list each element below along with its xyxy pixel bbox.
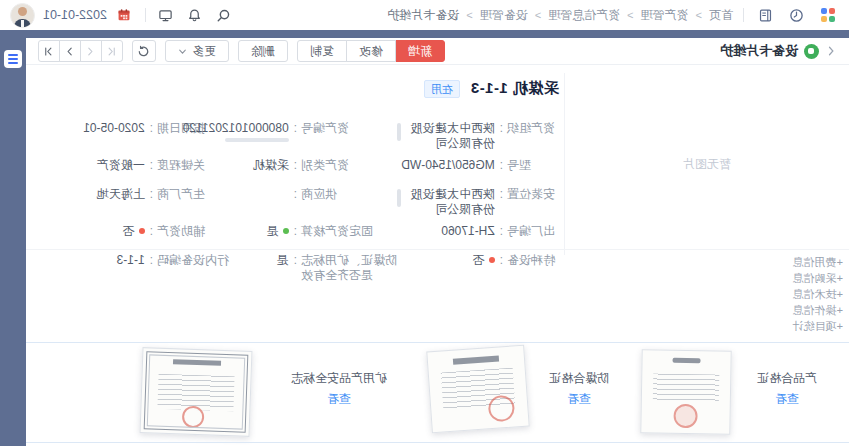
device-card-panel: 暂无图片 采煤机 1-1-3 在用 资产组织: 陕西中太建设股份有限公司 资产编… bbox=[26, 65, 849, 446]
cert-mining-label: 矿用产品安全标志 查看 bbox=[279, 370, 399, 408]
last-page-button[interactable] bbox=[38, 40, 60, 62]
breadcrumb-separator: > bbox=[466, 9, 472, 21]
field-value: 0800001012021120 bbox=[183, 121, 289, 136]
view-link[interactable]: 查看 bbox=[537, 391, 621, 408]
next-page-button[interactable] bbox=[59, 40, 81, 62]
modify-button[interactable]: 修改 bbox=[346, 40, 396, 62]
field-value: 是 bbox=[277, 253, 289, 268]
date-display[interactable]: 2022-01-01 bbox=[43, 8, 131, 22]
field-install-location: 安装位置: 陕西中太建设股份有限公司 bbox=[397, 187, 559, 217]
field-asset-org: 资产组织: 陕西中太建设股份有限公司 bbox=[397, 121, 559, 151]
cert-name: 防爆合格证 bbox=[537, 370, 621, 386]
field-value: 一般资产 bbox=[97, 158, 145, 173]
section-divider bbox=[26, 249, 849, 250]
view-link[interactable]: 查看 bbox=[735, 391, 839, 408]
field-special-equipment: 特种设备: 否 bbox=[397, 253, 559, 283]
add-button[interactable]: 新增 bbox=[395, 40, 445, 62]
mini-scrollbar[interactable] bbox=[397, 189, 401, 207]
refresh-button[interactable] bbox=[132, 40, 156, 62]
prev-page-button[interactable] bbox=[80, 40, 102, 62]
anchor-operation-info[interactable]: +操作信息 bbox=[793, 303, 843, 317]
section-anchor-list: +费用信息 +采购信息 +技术信息 +操作信息 +项目统计 bbox=[793, 255, 843, 333]
more-button[interactable]: 更多 bbox=[165, 40, 229, 62]
chevron-down-icon bbox=[178, 47, 187, 56]
current-date: 2022-01-01 bbox=[43, 8, 107, 22]
status-dot bbox=[283, 228, 289, 234]
cert-product-label: 产品合格证 查看 bbox=[735, 370, 839, 408]
next-page-icon bbox=[65, 46, 76, 57]
field-value: ZH-17060 bbox=[441, 224, 494, 239]
screen-mirrored: 首页 > 资产管理 > 资产信息管理 > 设备管理 > 设备卡片维护 bbox=[0, 0, 849, 446]
chevron-left-icon[interactable] bbox=[825, 45, 837, 57]
tab-device-card[interactable]: 设备卡片维护 bbox=[720, 42, 837, 60]
topbar: 首页 > 资产管理 > 资产信息管理 > 设备管理 > 设备卡片维护 bbox=[0, 0, 849, 30]
first-page-button[interactable] bbox=[101, 40, 123, 62]
mini-scrollbar[interactable] bbox=[225, 138, 289, 142]
tab-status-icon bbox=[804, 44, 819, 59]
tab-title: 设备卡片维护 bbox=[720, 42, 798, 60]
device-title: 采煤机 1-1-3 bbox=[470, 79, 559, 98]
panel-bottom-edge bbox=[26, 442, 849, 443]
anchor-cost-info[interactable]: +费用信息 bbox=[793, 255, 843, 269]
copy-button[interactable]: 复制 bbox=[297, 40, 347, 62]
refresh-icon bbox=[138, 45, 151, 58]
fullscreen-monitor-icon[interactable] bbox=[155, 4, 177, 26]
field-label: 资产编号 bbox=[301, 121, 397, 136]
view-link[interactable]: 查看 bbox=[279, 391, 399, 408]
cert-mining-thumbnail[interactable] bbox=[140, 347, 253, 437]
handbook-icon[interactable] bbox=[755, 4, 777, 26]
field-auxiliary-asset: 辅助资产: 否 bbox=[77, 224, 229, 246]
field-asset-number: 资产编号: 0800001012021120 bbox=[229, 121, 397, 151]
field-label: 生产厂商 bbox=[157, 187, 229, 202]
prev-page-icon bbox=[86, 46, 97, 57]
breadcrumb-separator: > bbox=[627, 9, 633, 21]
topbar-right: 2022-01-01 bbox=[10, 3, 235, 28]
anchor-technical-info[interactable]: +技术信息 bbox=[793, 287, 843, 301]
field-value: 采煤机 bbox=[253, 158, 289, 173]
anchor-project-stats[interactable]: +项目统计 bbox=[793, 319, 843, 333]
field-label: 固定资产核算 bbox=[301, 224, 397, 239]
field-supplier: 供应商: bbox=[229, 187, 397, 217]
calendar-icon bbox=[112, 8, 131, 22]
last-page-icon bbox=[44, 46, 55, 57]
device-image-panel[interactable]: 暂无图片 bbox=[564, 73, 849, 255]
mini-scrollbar[interactable] bbox=[397, 123, 401, 141]
field-label: 供应商 bbox=[301, 187, 397, 202]
apps-grid-icon[interactable] bbox=[817, 4, 839, 26]
cert-product-thumbnail[interactable] bbox=[640, 349, 731, 435]
avatar[interactable] bbox=[10, 3, 35, 28]
status-badge: 在用 bbox=[424, 80, 460, 98]
cert-explosion-thumbnail[interactable] bbox=[426, 345, 529, 434]
breadcrumb-separator: > bbox=[535, 9, 541, 21]
search-icon[interactable] bbox=[213, 4, 235, 26]
history-clock-icon[interactable] bbox=[786, 4, 808, 26]
anchor-purchase-info[interactable]: +采购信息 bbox=[793, 271, 843, 285]
right-side-panel bbox=[0, 30, 26, 446]
certificates-divider bbox=[26, 342, 849, 343]
first-page-icon bbox=[107, 46, 118, 57]
breadcrumb-home[interactable]: 首页 bbox=[709, 7, 733, 24]
notification-bell-icon[interactable] bbox=[184, 4, 206, 26]
field-value: 1-1-3 bbox=[117, 253, 145, 268]
edit-button-group: 新增 修改 复制 bbox=[297, 40, 445, 62]
field-label: 资产组织 bbox=[507, 121, 559, 136]
breadcrumb-asset-mgmt[interactable]: 资产管理 bbox=[641, 7, 689, 24]
field-value: 否 bbox=[473, 253, 495, 268]
panel-menu-button[interactable] bbox=[4, 50, 22, 68]
field-value: 2020-05-01 bbox=[83, 121, 144, 136]
no-image-placeholder: 暂无图片 bbox=[683, 156, 731, 173]
device-fields-grid: 资产组织: 陕西中太建设股份有限公司 资产编号: 080000101202112… bbox=[77, 121, 559, 283]
field-label: 出厂编号 bbox=[507, 224, 559, 239]
field-value: 陕西中太建设股份有限公司 bbox=[407, 187, 495, 217]
breadcrumb-asset-info-mgmt[interactable]: 资产信息管理 bbox=[548, 7, 620, 24]
field-label: 关键程度 bbox=[157, 158, 229, 173]
breadcrumb: 首页 > 资产管理 > 资产信息管理 > 设备管理 > 设备卡片维护 bbox=[387, 7, 733, 24]
breadcrumb-separator: > bbox=[696, 9, 702, 21]
breadcrumb-device-mgmt[interactable]: 设备管理 bbox=[480, 7, 528, 24]
field-criticality: 关键程度: 一般资产 bbox=[77, 158, 229, 180]
field-manufacturer: 生产厂商: 上海天地 bbox=[77, 187, 229, 217]
device-title-row: 采煤机 1-1-3 在用 bbox=[424, 79, 559, 98]
delete-button[interactable]: 删除 bbox=[238, 40, 288, 62]
field-value: 上海天地 bbox=[97, 187, 145, 202]
status-dot bbox=[139, 228, 145, 234]
